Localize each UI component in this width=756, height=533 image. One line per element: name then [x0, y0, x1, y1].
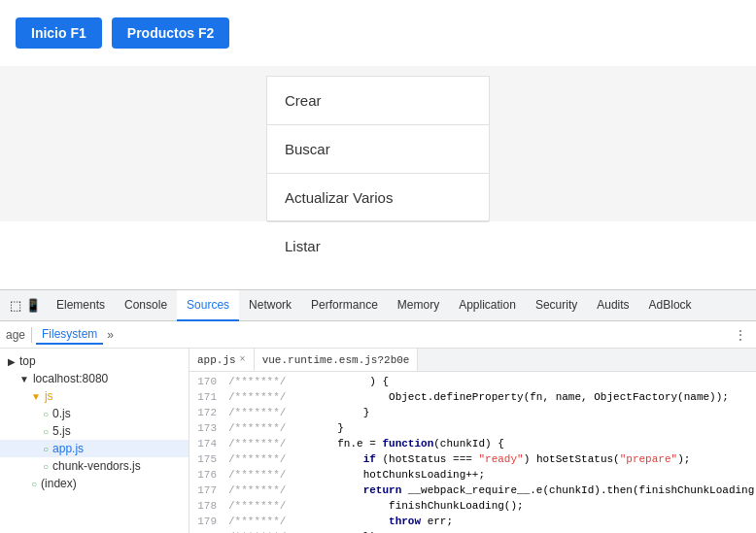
- code-tab-appjs-label: app.js: [197, 354, 236, 366]
- tree-label-index: (index): [41, 477, 77, 490]
- code-line: 180/*******/ });: [189, 529, 756, 533]
- devtools-toolbar: age Filesystem » ⋮: [0, 321, 756, 349]
- top-nav: Inicio F1 Productos F2: [0, 0, 756, 66]
- line-content: /*******/ if (hotStatus === "ready") hot…: [224, 451, 694, 467]
- devtools-mobile-icon[interactable]: 📱: [25, 298, 41, 313]
- line-content: /*******/ ) {: [224, 374, 393, 389]
- tab-memory[interactable]: Memory: [388, 290, 449, 321]
- tab-network[interactable]: Network: [239, 290, 301, 321]
- code-line: 176/*******/ hotChunksLoading++;: [189, 467, 756, 483]
- line-content: /*******/ }: [224, 420, 348, 436]
- productos-button[interactable]: Productos F2: [112, 17, 229, 49]
- devtools-icons: ⬚ 📱: [4, 298, 47, 313]
- code-tab-appjs[interactable]: app.js ×: [189, 349, 255, 371]
- line-content: /*******/ });: [224, 529, 386, 533]
- line-number: 174: [189, 436, 224, 451]
- more-btn[interactable]: »: [103, 326, 118, 344]
- code-line: 172/*******/ }: [189, 405, 756, 420]
- devtools-body: ▶ top ▼ localhost:8080 ▼ js ○ 0.js ○ 5.j…: [0, 349, 756, 533]
- page-tab-label: age: [6, 328, 25, 342]
- line-content: /*******/ finishChunkLoading();: [224, 498, 528, 514]
- expand-icon-localhost: ▼: [19, 374, 29, 384]
- tree-js-folder[interactable]: ▼ js: [0, 387, 189, 405]
- code-line: 178/*******/ finishChunkLoading();: [189, 498, 756, 514]
- tree-0js[interactable]: ○ 0.js: [0, 405, 189, 422]
- line-number: 179: [189, 514, 224, 529]
- menu-item-crear[interactable]: Crear: [267, 77, 489, 125]
- code-line: 179/*******/ throw err;: [189, 514, 756, 529]
- tab-application[interactable]: Application: [449, 290, 526, 321]
- code-tab-vue-label: vue.runtime.esm.js?2b0e: [262, 354, 410, 366]
- file-icon-0js: ○: [43, 409, 49, 419]
- tree-index[interactable]: ○ (index): [0, 475, 189, 492]
- page-tab-btn[interactable]: age: [4, 323, 27, 347]
- tab-elements[interactable]: Elements: [47, 290, 115, 321]
- line-content: /*******/ }: [224, 405, 373, 420]
- line-number: 175: [189, 451, 224, 467]
- devtools-tabs-bar: ⬚ 📱 Elements Console Sources Network Per…: [0, 290, 756, 321]
- tab-security[interactable]: Security: [526, 290, 587, 321]
- file-tree: ▶ top ▼ localhost:8080 ▼ js ○ 0.js ○ 5.j…: [0, 349, 189, 533]
- code-line: 170/*******/ ) {: [189, 374, 756, 389]
- line-number: 178: [189, 498, 224, 514]
- line-content: /*******/ return __webpack_require__.e(c…: [224, 483, 756, 498]
- line-number: 172: [189, 405, 224, 420]
- menu-box: Crear Buscar Actualizar Varios Listar: [266, 76, 490, 221]
- line-content: /*******/ fn.e = function(chunkId) {: [224, 436, 508, 451]
- tab-audits[interactable]: Audits: [587, 290, 638, 321]
- tree-top[interactable]: ▶ top: [0, 352, 189, 370]
- tab-console[interactable]: Console: [115, 290, 177, 321]
- expand-icon: ▶: [8, 356, 16, 367]
- overflow-btn[interactable]: ⋮: [729, 323, 752, 347]
- devtools-panel: ⬚ 📱 Elements Console Sources Network Per…: [0, 289, 756, 533]
- tab-adblock[interactable]: AdBlock: [639, 290, 702, 321]
- code-line: 171/*******/ Object.defineProperty(fn, n…: [189, 389, 756, 405]
- code-line: 173/*******/ }: [189, 420, 756, 436]
- code-panel: app.js × vue.runtime.esm.js?2b0e 170/***…: [189, 349, 756, 533]
- expand-icon-js: ▼: [31, 391, 41, 402]
- tree-label-appjs: app.js: [52, 442, 84, 455]
- file-icon-chunk: ○: [43, 461, 49, 472]
- tab-performance[interactable]: Performance: [301, 290, 388, 321]
- line-number: 171: [189, 389, 224, 405]
- tree-label-5js: 5.js: [52, 424, 71, 438]
- line-content: /*******/ hotChunksLoading++;: [224, 467, 489, 483]
- file-icon-appjs: ○: [43, 444, 49, 454]
- tree-label: top: [19, 354, 36, 368]
- close-appjs-icon[interactable]: ×: [240, 354, 246, 365]
- tree-chunkvendors[interactable]: ○ chunk-vendors.js: [0, 457, 189, 475]
- code-line: 175/*******/ if (hotStatus === "ready") …: [189, 451, 756, 467]
- code-tabs-bar: app.js × vue.runtime.esm.js?2b0e: [189, 349, 756, 372]
- line-content: /*******/ throw err;: [224, 514, 457, 529]
- file-icon-5js: ○: [43, 426, 49, 437]
- tree-appjs[interactable]: ○ app.js: [0, 440, 189, 457]
- code-line: 177/*******/ return __webpack_require__.…: [189, 483, 756, 498]
- menu-item-actualizar[interactable]: Actualizar Varios: [267, 174, 489, 222]
- tree-5js[interactable]: ○ 5.js: [0, 422, 189, 440]
- code-tab-vue[interactable]: vue.runtime.esm.js?2b0e: [255, 349, 419, 371]
- line-number: 177: [189, 483, 224, 498]
- line-number: 170: [189, 374, 224, 389]
- line-number: 176: [189, 467, 224, 483]
- file-icon-index: ○: [31, 479, 37, 489]
- toolbar-sep1: [31, 327, 32, 343]
- tree-label-0js: 0.js: [52, 407, 71, 420]
- menu-item-listar[interactable]: Listar: [267, 222, 489, 270]
- menu-item-buscar[interactable]: Buscar: [267, 125, 489, 174]
- main-content: Crear Buscar Actualizar Varios Listar: [0, 66, 756, 221]
- inicio-button[interactable]: Inicio F1: [16, 17, 102, 49]
- line-number: 180: [189, 529, 224, 533]
- code-line: 174/*******/ fn.e = function(chunkId) {: [189, 436, 756, 451]
- tree-label-localhost: localhost:8080: [33, 372, 108, 385]
- filesystem-btn[interactable]: Filesystem: [36, 325, 103, 345]
- tree-label-chunk: chunk-vendors.js: [52, 459, 141, 473]
- tree-localhost[interactable]: ▼ localhost:8080: [0, 370, 189, 387]
- tab-sources[interactable]: Sources: [177, 290, 239, 321]
- line-number: 173: [189, 420, 224, 436]
- code-lines: 170/*******/ ) {171/*******/ Object.defi…: [189, 372, 756, 533]
- devtools-inspect-icon[interactable]: ⬚: [10, 298, 21, 313]
- line-content: /*******/ Object.defineProperty(fn, name…: [224, 389, 733, 405]
- tree-label-js: js: [45, 389, 53, 403]
